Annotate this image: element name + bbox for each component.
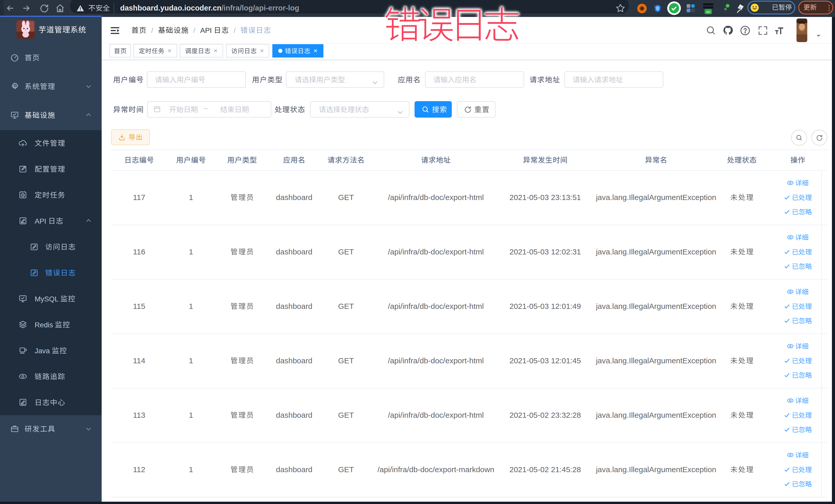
svg-text:on: on bbox=[706, 10, 710, 14]
